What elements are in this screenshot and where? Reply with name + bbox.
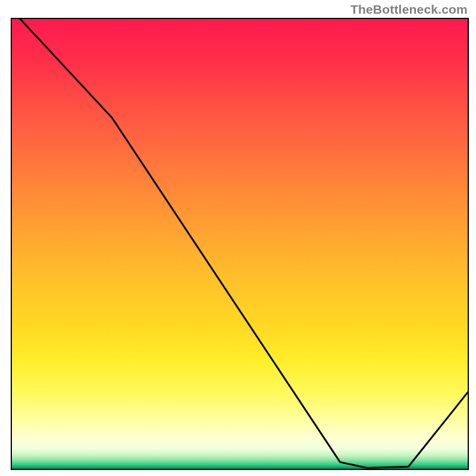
bottleneck-curve-svg bbox=[12, 19, 468, 469]
attribution-label: TheBottleneck.com bbox=[350, 2, 468, 17]
optimum-range-marker bbox=[342, 469, 415, 470]
chart-plot-area bbox=[11, 18, 469, 470]
bottleneck-curve-path bbox=[12, 19, 468, 468]
